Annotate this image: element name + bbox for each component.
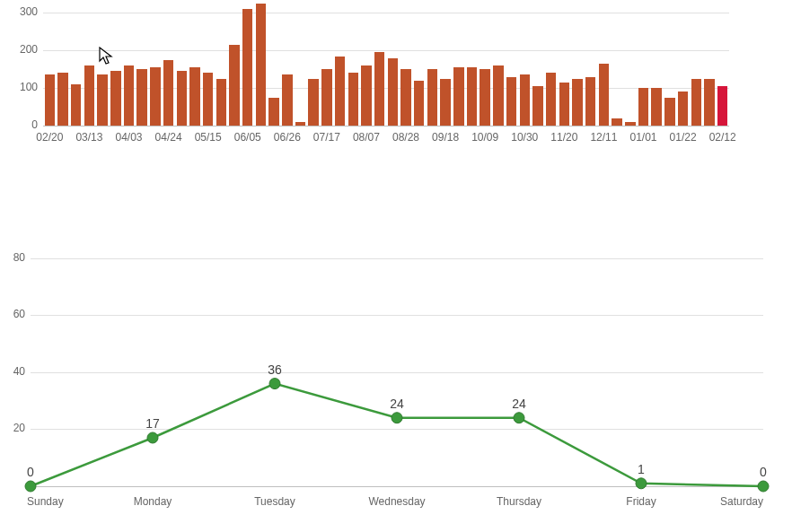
- line-point[interactable]: [758, 481, 769, 492]
- line-x-tick: Sunday: [27, 495, 64, 508]
- line-point[interactable]: [269, 379, 280, 389]
- line-point-label: 0: [27, 465, 34, 479]
- line-x-tick: Saturday: [720, 495, 763, 508]
- line-point[interactable]: [392, 413, 402, 423]
- line-y-tick: 40: [13, 365, 25, 378]
- line-y-tick: 60: [13, 308, 25, 320]
- line-point-label: 17: [145, 416, 160, 431]
- line-point[interactable]: [147, 432, 158, 443]
- line-chart-series: [0, 0, 792, 532]
- line-point-label: 24: [512, 397, 526, 411]
- line-point[interactable]: [636, 478, 647, 489]
- line-point[interactable]: [25, 481, 36, 492]
- line-y-tick: 80: [13, 251, 25, 264]
- line-y-tick: 20: [13, 422, 25, 434]
- line-point-label: 1: [638, 462, 645, 476]
- line-x-tick: Thursday: [497, 495, 541, 508]
- line-x-tick: Friday: [626, 495, 656, 508]
- line-x-tick: Monday: [134, 495, 172, 508]
- line-point-label: 36: [268, 362, 282, 377]
- line-point-label: 24: [390, 397, 404, 411]
- line-chart: 20406080 SundayMondayTuesdayWednesdayThu…: [0, 0, 792, 532]
- line-x-tick: Wednesday: [368, 495, 425, 508]
- line-x-tick: Tuesday: [254, 495, 295, 508]
- line-point[interactable]: [514, 413, 524, 423]
- line-point-label: 0: [760, 465, 767, 479]
